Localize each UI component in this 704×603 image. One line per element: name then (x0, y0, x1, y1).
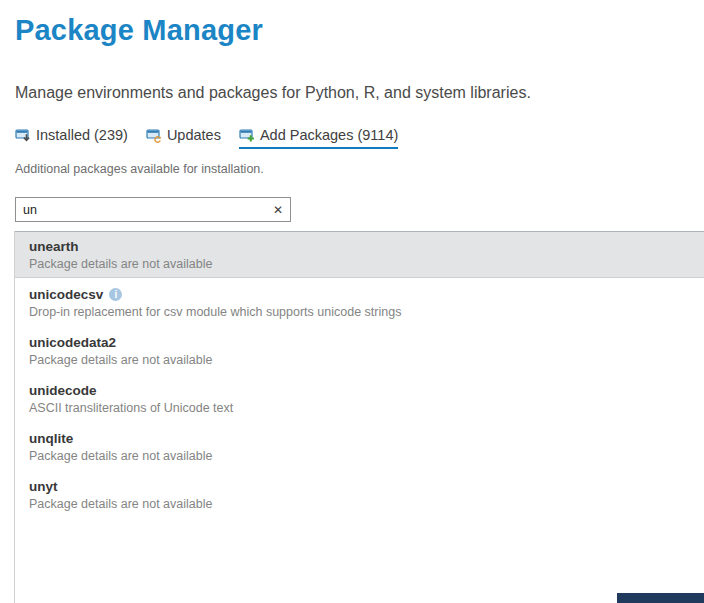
package-row[interactable]: unidecodeASCII transliterations of Unico… (15, 375, 704, 422)
page-subtitle: Manage environments and packages for Pyt… (15, 84, 531, 102)
package-name: unearth (29, 239, 79, 254)
tab-updates[interactable]: Updates (146, 127, 221, 149)
package-description: Drop-in replacement for csv module which… (29, 304, 692, 321)
package-name: unyt (29, 479, 58, 494)
clear-search-icon[interactable]: ✕ (273, 204, 283, 216)
info-icon[interactable]: i (109, 288, 122, 301)
package-name: unicodecsv (29, 287, 103, 302)
installed-packages-icon (15, 127, 31, 143)
package-name-line: unyt (29, 478, 692, 496)
package-name-line: unearth (29, 238, 692, 256)
package-description: Package details are not available (29, 448, 692, 465)
package-name: unidecode (29, 383, 97, 398)
package-row[interactable]: unqlitePackage details are not available (15, 423, 704, 470)
tab-add-packages[interactable]: Add Packages (9114) (239, 127, 398, 149)
page-title: Package Manager (15, 14, 263, 47)
package-description: ASCII transliterations of Unicode text (29, 400, 692, 417)
package-manager-page: Package Manager Manage environments and … (0, 0, 704, 603)
package-description: Package details are not available (29, 256, 692, 273)
search-box: ✕ (15, 197, 291, 222)
package-row[interactable]: unearthPackage details are not available (15, 231, 704, 278)
tab-add-packages-label: Add Packages (9114) (260, 127, 398, 143)
tab-installed-label: Installed (239) (36, 127, 128, 143)
package-name: unicodedata2 (29, 335, 116, 350)
add-packages-description: Additional packages available for instal… (15, 162, 264, 176)
package-list: unearthPackage details are not available… (14, 231, 704, 603)
package-row[interactable]: unicodecsviDrop-in replacement for csv m… (15, 279, 704, 326)
package-name-line: unicodecsvi (29, 286, 692, 304)
package-name: unqlite (29, 431, 73, 446)
tab-bar: Installed (239) Updates A (15, 127, 398, 149)
package-name-line: unidecode (29, 382, 692, 400)
package-row[interactable]: unicodedata2Package details are not avai… (15, 327, 704, 374)
package-row[interactable]: unytPackage details are not available (15, 471, 704, 518)
search-input[interactable] (16, 198, 290, 221)
background-window-edge (617, 593, 704, 603)
updates-packages-icon (146, 127, 162, 143)
tab-installed[interactable]: Installed (239) (15, 127, 128, 149)
package-name-line: unqlite (29, 430, 692, 448)
tab-updates-label: Updates (167, 127, 221, 143)
package-description: Package details are not available (29, 352, 692, 369)
package-description: Package details are not available (29, 496, 692, 513)
add-packages-icon (239, 127, 255, 143)
package-name-line: unicodedata2 (29, 334, 692, 352)
